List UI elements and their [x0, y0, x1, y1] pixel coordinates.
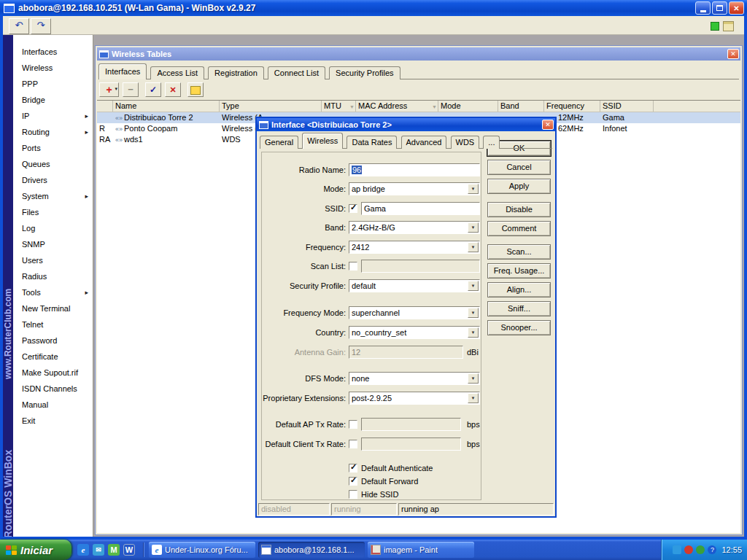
messenger-icon[interactable]: M — [108, 544, 120, 556]
sidebar-item-system[interactable]: System▸ — [13, 188, 93, 204]
chevron-down-icon[interactable]: ▼ — [468, 327, 479, 338]
freq-usage-button[interactable]: Freq. Usage... — [487, 263, 551, 279]
cancel-button[interactable]: Cancel — [487, 160, 551, 175]
tab-wds[interactable]: WDS — [451, 136, 480, 149]
tab-wireless[interactable]: Wireless — [302, 133, 343, 149]
ssid-input[interactable]: Gama — [361, 202, 480, 215]
sidebar-item-drivers[interactable]: Drivers — [13, 172, 93, 188]
tab-registration[interactable]: Registration — [208, 66, 264, 79]
maximize-button[interactable] — [712, 1, 727, 15]
proprietary-extensions-dropdown[interactable]: post-2.9.25▼ — [349, 392, 480, 405]
disable-button[interactable]: Disable — [487, 202, 551, 217]
align-button[interactable]: Align... — [487, 282, 551, 298]
tab-interfaces[interactable]: Interfaces — [98, 63, 147, 79]
dialog-titlebar[interactable]: Interface <Distribuicao Torre 2> ✕ — [257, 118, 555, 131]
help-icon[interactable]: ? — [708, 545, 716, 554]
antivirus-icon[interactable] — [684, 545, 693, 554]
scan-button[interactable]: Scan... — [487, 244, 551, 260]
sidebar-item-routing[interactable]: Routing▸ — [13, 124, 93, 140]
chevron-down-icon[interactable]: ▼ — [468, 373, 479, 384]
sidebar-item-log[interactable]: Log — [13, 220, 93, 236]
default-ap-tx-rate-checkbox[interactable] — [349, 420, 357, 429]
tab-advanced[interactable]: Advanced — [401, 136, 447, 149]
column-flag[interactable] — [97, 101, 113, 112]
sidebar-item-ppp[interactable]: PPP — [13, 76, 93, 92]
sidebar-item-queues[interactable]: Queues — [13, 156, 93, 172]
tab-security-profiles[interactable]: Security Profiles — [329, 66, 400, 79]
column-type[interactable]: Type — [220, 101, 322, 112]
chevron-down-icon[interactable]: ▼ — [468, 242, 479, 252]
default-authenticate-checkbox[interactable] — [349, 464, 357, 472]
column-mac-address[interactable]: MAC Address▼ — [356, 101, 438, 112]
sidebar-item-telnet[interactable]: Telnet — [13, 316, 93, 332]
column-name[interactable]: Name — [113, 101, 220, 112]
enable-button[interactable]: ✓ — [145, 82, 161, 97]
chevron-down-icon[interactable]: ▼ — [468, 184, 479, 194]
column-ssid[interactable]: SSID — [600, 101, 654, 112]
status-icon[interactable] — [696, 545, 705, 554]
redo-button[interactable]: ↷ — [31, 18, 51, 34]
taskbar-window-browser[interactable]: e Under-Linux.org Fóru... — [149, 542, 255, 558]
frequency-dropdown[interactable]: 2412▼ — [349, 241, 480, 254]
sniff-button[interactable]: Sniff... — [487, 301, 551, 316]
tab-more[interactable]: ... — [483, 136, 500, 149]
chevron-down-icon[interactable]: ▼ — [468, 308, 479, 318]
comment-button[interactable]: Comment — [487, 221, 551, 236]
radio-name-input[interactable]: 96 — [349, 163, 480, 176]
close-button[interactable]: ✕ — [729, 1, 744, 15]
add-button[interactable]: +▾ — [99, 82, 119, 97]
sidebar-item-files[interactable]: Files — [13, 204, 93, 220]
tab-general[interactable]: General — [260, 136, 298, 149]
default-client-tx-rate-checkbox[interactable] — [349, 440, 357, 448]
default-forward-checkbox[interactable] — [349, 477, 357, 486]
sidebar-item-radius[interactable]: Radius — [13, 268, 93, 284]
tab-data-rates[interactable]: Data Rates — [347, 136, 397, 149]
tab-access-list[interactable]: Access List — [150, 66, 204, 79]
band-dropdown[interactable]: 2.4GHz-B/G▼ — [349, 221, 480, 234]
tab-connect-list[interactable]: Connect List — [268, 66, 325, 79]
column-band[interactable]: Band — [498, 101, 544, 112]
mode-dropdown[interactable]: ap bridge▼ — [349, 182, 480, 195]
sidebar-item-isdn-channels[interactable]: ISDN Channels — [13, 381, 93, 397]
sidebar-item-tools[interactable]: Tools▸ — [13, 284, 93, 300]
disable-button[interactable]: ✕ — [165, 82, 181, 97]
sidebar-item-interfaces[interactable]: Interfaces — [13, 44, 93, 60]
internet-explorer-icon[interactable]: e — [77, 544, 89, 556]
sidebar-item-certificate[interactable]: Certificate — [13, 349, 93, 365]
dfs-mode-dropdown[interactable]: none▼ — [349, 372, 480, 385]
sidebar-item-snmp[interactable]: SNMP — [13, 236, 93, 252]
sidebar-item-wireless[interactable]: Wireless — [13, 60, 93, 76]
chevron-down-icon[interactable]: ▼ — [468, 393, 479, 403]
sidebar-item-bridge[interactable]: Bridge — [13, 92, 93, 108]
sidebar-item-users[interactable]: Users — [13, 252, 93, 268]
apply-button[interactable]: Apply — [487, 179, 551, 194]
comment-button[interactable] — [187, 82, 204, 97]
taskbar-window-winbox[interactable]: abobora@192.168.1... — [258, 542, 365, 558]
sidebar-item-new-terminal[interactable]: New Terminal — [13, 300, 93, 316]
sidebar-item-manual[interactable]: Manual — [13, 397, 93, 413]
ssid-checkbox[interactable] — [349, 204, 357, 213]
frequency-mode-dropdown[interactable]: superchannel▼ — [349, 306, 480, 319]
undo-button[interactable]: ↶ — [9, 18, 29, 34]
chevron-down-icon[interactable]: ▼ — [468, 222, 479, 233]
chevron-down-icon[interactable]: ▼ — [468, 281, 479, 291]
sidebar-item-exit[interactable]: Exit — [13, 413, 93, 429]
close-icon[interactable]: ✕ — [727, 49, 739, 59]
close-icon[interactable]: ✕ — [542, 120, 554, 130]
mail-icon[interactable]: ✉ — [93, 544, 104, 556]
country-dropdown[interactable]: no_country_set▼ — [349, 326, 480, 339]
wireless-tables-titlebar[interactable]: Wireless Tables ✕ — [97, 47, 740, 61]
sidebar-item-ports[interactable]: Ports — [13, 140, 93, 156]
network-icon[interactable] — [673, 545, 681, 554]
scan-list-checkbox[interactable] — [349, 262, 357, 271]
minimize-button[interactable] — [695, 1, 711, 15]
snooper-button[interactable]: Snooper... — [487, 320, 551, 335]
sidebar-item-ip[interactable]: IP▸ — [13, 108, 93, 124]
column-mtu[interactable]: MTU▼ — [322, 101, 356, 112]
column-frequency[interactable]: Frequency — [544, 101, 600, 112]
table-header[interactable]: Name Type MTU▼ MAC Address▼ Mode Band Fr… — [97, 101, 740, 112]
hide-ssid-checkbox[interactable] — [349, 490, 357, 499]
start-button[interactable]: Iniciar — [0, 540, 71, 560]
taskbar-window-paint[interactable]: imagem - Paint — [368, 542, 474, 558]
column-mode[interactable]: Mode — [438, 101, 498, 112]
